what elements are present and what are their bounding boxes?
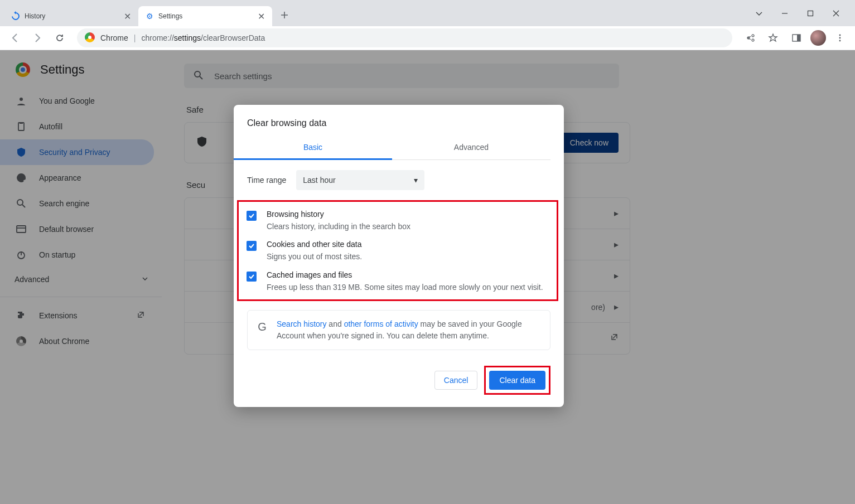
checkbox-subtitle: Frees up less than 319 MB. Some sites ma… xyxy=(267,282,543,293)
checkbox-title: Cookies and other site data xyxy=(267,240,362,249)
side-panel-icon[interactable] xyxy=(787,28,806,47)
address-bar[interactable]: Chrome | chrome://settings/clearBrowserD… xyxy=(77,28,732,47)
url-divider: | xyxy=(134,33,136,42)
kebab-menu-icon[interactable] xyxy=(830,28,849,47)
checkbox-row-cookies: Cookies and other site data Signs you ou… xyxy=(247,232,549,262)
bookmark-icon[interactable] xyxy=(764,28,782,47)
time-range-select[interactable]: Last hour ▾ xyxy=(296,170,424,190)
time-range-label: Time range xyxy=(247,176,286,185)
clear-data-button[interactable]: Clear data xyxy=(489,371,545,390)
checkbox-row-browsing-history: Browsing history Clears history, includi… xyxy=(247,202,549,232)
checkbox-title: Cached images and files xyxy=(267,270,543,279)
checkbox-subtitle: Signs you out of most sites. xyxy=(267,251,362,262)
close-icon[interactable]: ✕ xyxy=(257,12,265,21)
time-range-value: Last hour xyxy=(303,176,335,185)
forward-button[interactable] xyxy=(28,28,47,47)
profile-avatar[interactable] xyxy=(810,30,826,46)
cancel-button[interactable]: Cancel xyxy=(434,371,478,390)
close-window-button[interactable] xyxy=(828,6,844,21)
clear-browsing-data-dialog: Clear browsing data Basic Advanced Time … xyxy=(234,105,564,407)
checkbox-row-cached: Cached images and files Frees up less th… xyxy=(247,263,549,293)
tab-settings[interactable]: ⚙ Settings ✕ xyxy=(138,6,272,26)
share-icon[interactable] xyxy=(740,28,759,47)
annotation-highlight-clear-button: Clear data xyxy=(484,366,550,395)
svg-point-3 xyxy=(839,35,841,36)
svg-point-5 xyxy=(839,40,841,42)
tab-strip: History ✕ ⚙ Settings ✕ xyxy=(0,0,855,26)
maximize-button[interactable] xyxy=(803,6,818,21)
checkbox-subtitle: Clears history, including in the search … xyxy=(267,221,410,232)
toolbar: Chrome | chrome://settings/clearBrowserD… xyxy=(0,26,855,50)
dialog-title: Clear browsing data xyxy=(234,118,564,136)
back-button[interactable] xyxy=(6,28,25,47)
chrome-icon xyxy=(85,32,95,44)
tab-history[interactable]: History ✕ xyxy=(4,6,138,26)
svg-point-4 xyxy=(839,37,841,39)
gear-icon: ⚙ xyxy=(145,12,154,21)
history-icon xyxy=(11,12,20,21)
annotation-highlight-checkboxes: Browsing history Clears history, includi… xyxy=(237,200,558,301)
chevron-down-icon[interactable] xyxy=(751,6,767,21)
close-icon[interactable]: ✕ xyxy=(123,12,132,21)
search-history-link[interactable]: Search history xyxy=(277,319,326,328)
checkbox-title: Browsing history xyxy=(267,210,410,219)
tab-title: History xyxy=(25,12,118,20)
checkbox-browsing-history[interactable] xyxy=(247,211,257,221)
checkbox-cached[interactable] xyxy=(247,272,257,282)
tab-title: Settings xyxy=(158,12,252,20)
other-activity-link[interactable]: other forms of activity xyxy=(344,319,418,328)
tab-advanced[interactable]: Advanced xyxy=(392,136,550,159)
svg-rect-0 xyxy=(808,11,813,16)
checkbox-cookies[interactable] xyxy=(247,241,257,251)
dialog-tabs: Basic Advanced xyxy=(234,136,550,160)
dropdown-caret-icon: ▾ xyxy=(414,176,418,185)
window-controls xyxy=(751,6,851,21)
google-account-info: G Search history and other forms of acti… xyxy=(247,310,550,350)
google-g-icon: G xyxy=(257,318,268,342)
url-origin-label: Chrome xyxy=(100,33,128,42)
tab-basic[interactable]: Basic xyxy=(234,136,392,160)
minimize-button[interactable] xyxy=(777,6,793,21)
new-tab-button[interactable] xyxy=(277,7,292,23)
reload-button[interactable] xyxy=(50,28,69,47)
svg-rect-2 xyxy=(797,35,800,41)
url-text: chrome://settings/clearBrowserData xyxy=(141,33,265,42)
